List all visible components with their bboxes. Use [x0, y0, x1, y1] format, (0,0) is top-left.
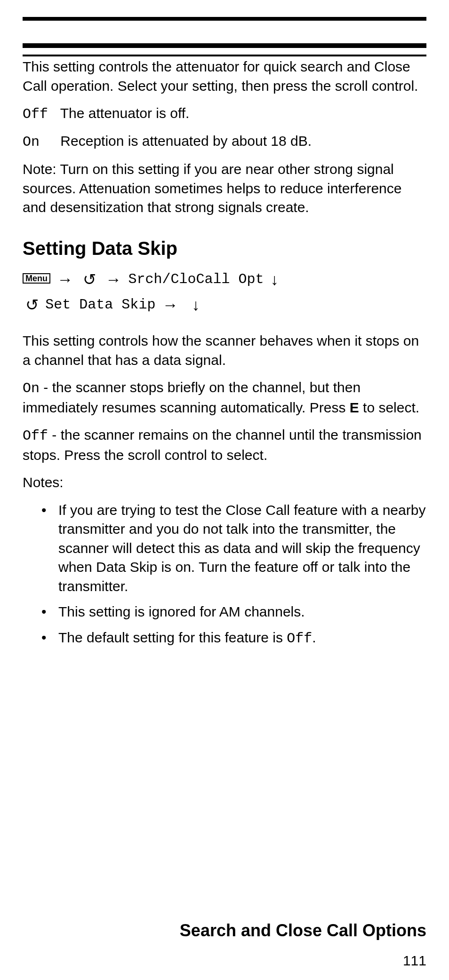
document-page: This setting controls the attenuator for…: [0, 17, 449, 980]
arrow-right-icon: →: [57, 270, 73, 288]
menu-button-icon: Menu: [23, 273, 50, 284]
double-rule: [23, 43, 426, 48]
scroll-icon: ↺: [25, 292, 39, 317]
option-off-text: The attenuator is off.: [60, 105, 190, 121]
list-item: The default setting for this feature is …: [41, 628, 426, 648]
dataskip-on-text-2: to select.: [359, 400, 419, 415]
footer-title: Search and Close Call Options: [180, 921, 426, 940]
option-on-text: Reception is attenuated by about 18 dB.: [60, 133, 312, 149]
top-rule: [23, 17, 426, 21]
intro-paragraph: This setting controls the attenuator for…: [23, 57, 426, 95]
notes-list: If you are trying to test the Close Call…: [41, 501, 426, 648]
list-item: If you are trying to test the Close Call…: [41, 501, 426, 596]
dataskip-off-paragraph: Off - the scanner remains on the channel…: [23, 426, 426, 465]
nav-path: Menu → ↺ → Srch/CloCall Opt ↓ ↺ Set Data…: [23, 267, 426, 318]
note3-value: Off: [287, 631, 312, 647]
note-paragraph: Note: Turn on this setting if you are ne…: [23, 160, 426, 217]
dataskip-on-paragraph: On - the scanner stops briefly on the ch…: [23, 378, 426, 417]
page-number: 111: [403, 953, 426, 969]
dataskip-intro: This setting controls how the scanner be…: [23, 332, 426, 370]
dataskip-off-text: - the scanner remains on the channel unt…: [23, 427, 422, 463]
notes-label: Notes:: [23, 473, 426, 492]
arrow-right-icon: →: [162, 296, 178, 314]
scroll-icon: ↺: [83, 267, 96, 292]
nav-path-2: Set Data Skip: [45, 297, 155, 313]
dataskip-on-text-1: - the scanner stops briefly on the chann…: [23, 379, 361, 415]
section-heading: Setting Data Skip: [23, 238, 426, 259]
nav-path-1: Srch/CloCall Opt: [128, 271, 264, 287]
dataskip-on-label: On: [23, 380, 40, 396]
arrow-right-icon: →: [105, 270, 121, 288]
dataskip-off-label: Off: [23, 428, 48, 444]
note3-prefix: The default setting for this feature is: [58, 630, 287, 645]
option-off-label: Off: [23, 105, 56, 124]
option-on-row: On Reception is attenuated by about 18 d…: [23, 132, 426, 152]
arrow-down-icon: ↓: [271, 270, 279, 288]
option-on-label: On: [23, 133, 56, 152]
option-off-row: Off The attenuator is off.: [23, 104, 426, 124]
dataskip-on-key: E: [350, 400, 359, 415]
list-item: This setting is ignored for AM channels.: [41, 602, 426, 622]
note3-suffix: .: [312, 630, 316, 645]
arrow-down-icon: ↓: [192, 296, 200, 314]
